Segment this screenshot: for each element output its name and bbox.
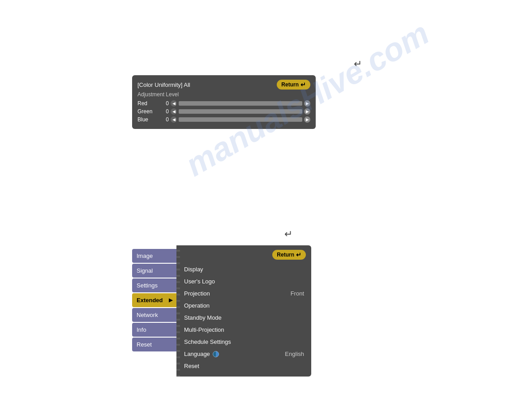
menu-label-schedule-settings: Schedule Settings (184, 338, 231, 345)
sidebar-label-reset: Reset (137, 341, 152, 348)
green-row: Green 0 ◀ ▶ (137, 108, 310, 115)
blue-increase[interactable]: ▶ (304, 116, 310, 123)
menu-label-operation: Operation (184, 302, 210, 309)
sidebar-label-network: Network (137, 312, 158, 318)
red-value: 0 (162, 100, 169, 107)
adjustment-label: Adjustment Level (137, 91, 310, 98)
menu-item-schedule-settings[interactable]: Schedule Settings (177, 336, 311, 348)
return-label-main: Return (277, 252, 294, 258)
green-value: 0 (162, 108, 169, 115)
red-label: Red (137, 100, 160, 107)
sidebar-item-extended[interactable]: Extended ▶ (132, 293, 177, 307)
menu-label-standby-mode: Standby Mode (184, 314, 222, 321)
sidebar-item-settings[interactable]: Settings (132, 278, 177, 292)
panel-title: [Color Uniformity] All (137, 81, 190, 88)
sidebar-label-settings: Settings (137, 282, 158, 289)
menu-label-language: Language (184, 351, 210, 357)
red-increase[interactable]: ▶ (304, 100, 310, 107)
green-increase[interactable]: ▶ (304, 108, 310, 115)
menu-label-projection: Projection (184, 290, 210, 297)
red-row: Red 0 ◀ ▶ (137, 100, 310, 107)
sidebar-item-image[interactable]: Image (132, 249, 177, 263)
blue-value: 0 (162, 116, 169, 123)
panel-header: [Color Uniformity] All Return ↵ (137, 80, 310, 90)
menu-label-reset: Reset (184, 363, 199, 369)
extended-submenu: Return ↵ Display User's Logo Projection … (177, 245, 311, 377)
main-panel-header: Return ↵ (177, 250, 311, 263)
blue-slider[interactable] (179, 117, 302, 122)
sidebar-item-signal[interactable]: Signal (132, 264, 177, 278)
sidebar-label-image: Image (137, 253, 153, 259)
menu-item-users-logo[interactable]: User's Logo (177, 275, 311, 287)
return-button-main[interactable]: Return ↵ (272, 250, 306, 260)
menu-item-projection[interactable]: Projection Front (177, 287, 311, 300)
menu-label-display: Display (184, 266, 203, 273)
blue-decrease[interactable]: ◀ (171, 116, 177, 123)
red-slider[interactable] (179, 101, 302, 106)
menu-item-reset[interactable]: Reset (177, 360, 311, 372)
menu-item-standby-mode[interactable]: Standby Mode (177, 312, 311, 324)
menu-item-language[interactable]: Language English (177, 348, 311, 360)
sidebar-label-signal: Signal (137, 267, 153, 274)
green-slider[interactable] (179, 109, 302, 114)
menu-item-multi-projection[interactable]: Multi-Projection (177, 324, 311, 336)
globe-icon (213, 351, 219, 357)
menu-label-multi-projection: Multi-Projection (184, 326, 224, 333)
enter-icon-main: ↵ (296, 251, 301, 258)
language-value: English (285, 351, 304, 357)
sidebar-item-reset[interactable]: Reset (132, 338, 177, 351)
green-label: Green (137, 108, 160, 115)
extended-menu-section: Image Signal Settings Extended ▶ Network… (132, 245, 311, 377)
sidebar-item-info[interactable]: Info (132, 323, 177, 337)
main-sidebar: Image Signal Settings Extended ▶ Network… (132, 245, 177, 377)
enter-icon-top: ↵ (300, 81, 306, 88)
green-decrease[interactable]: ◀ (171, 108, 177, 115)
color-uniformity-panel: [Color Uniformity] All Return ↵ Adjustme… (132, 75, 316, 129)
menu-item-operation[interactable]: Operation (177, 300, 311, 312)
blue-label: Blue (137, 116, 160, 123)
extended-arrow-icon: ▶ (169, 297, 172, 303)
blue-row: Blue 0 ◀ ▶ (137, 116, 310, 123)
menu-item-display[interactable]: Display (177, 263, 311, 275)
language-left: Language (184, 351, 219, 357)
enter-arrow-2: ↵ (284, 228, 292, 240)
return-label-top: Return (281, 81, 299, 88)
sidebar-label-extended: Extended (137, 297, 163, 304)
enter-arrow-1: ↵ (354, 58, 362, 70)
projection-value: Front (291, 290, 304, 297)
menu-label-users-logo: User's Logo (184, 278, 215, 285)
return-button-top[interactable]: Return ↵ (277, 80, 310, 90)
sidebar-item-network[interactable]: Network (132, 308, 177, 322)
sidebar-label-info: Info (137, 326, 146, 333)
red-decrease[interactable]: ◀ (171, 100, 177, 107)
